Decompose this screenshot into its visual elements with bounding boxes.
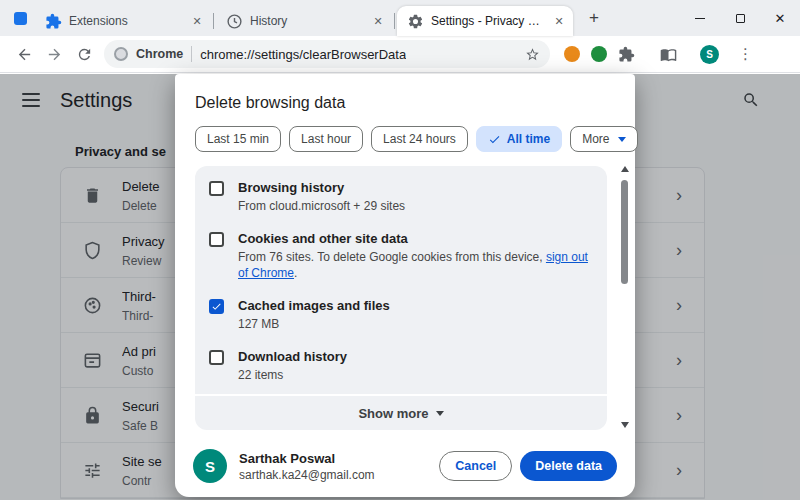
new-tab-button[interactable]: + bbox=[581, 5, 607, 31]
item-detail: 22 items bbox=[238, 367, 347, 383]
site-chip-label: Chrome bbox=[136, 47, 183, 61]
delete-data-button[interactable]: Delete data bbox=[520, 451, 617, 481]
tab-separator bbox=[213, 13, 214, 29]
omnibox-divider bbox=[191, 46, 192, 62]
settings-gear-icon bbox=[407, 13, 424, 30]
item-detail: From cloud.microsoft + 29 sites bbox=[238, 198, 405, 214]
check-icon bbox=[211, 301, 222, 312]
detail-text: . bbox=[294, 266, 297, 280]
chip-label: Last 24 hours bbox=[383, 132, 456, 146]
dialog-footer: S Sarthak Poswal sarthak.ka24@gmail.com … bbox=[175, 435, 635, 497]
list-item-cookies[interactable]: Cookies and other site data From 76 site… bbox=[195, 222, 607, 289]
chip-label: Last hour bbox=[301, 132, 351, 146]
address-bar[interactable]: Chrome chrome://settings/clearBrowserDat… bbox=[104, 40, 550, 68]
chip-more-dropdown[interactable]: More bbox=[570, 126, 637, 152]
item-detail: From 76 sites. To delete Google cookies … bbox=[238, 249, 590, 281]
chip-label: More bbox=[582, 132, 609, 146]
account-email: sarthak.ka24@gmail.com bbox=[239, 468, 375, 482]
item-label: Browsing history bbox=[238, 179, 405, 196]
item-label: Download history bbox=[238, 348, 347, 365]
dialog-title: Delete browsing data bbox=[175, 74, 635, 126]
browsing-history-checkbox[interactable] bbox=[209, 181, 224, 196]
chevron-down-icon bbox=[436, 411, 444, 416]
reading-list-book-icon[interactable] bbox=[660, 46, 677, 63]
chip-last-15-min[interactable]: Last 15 min bbox=[195, 126, 281, 152]
chip-last-hour[interactable]: Last hour bbox=[289, 126, 363, 152]
more-menu-icon[interactable]: ⋮ bbox=[738, 45, 753, 63]
list-item-cached-images[interactable]: Cached images and files 127 MB bbox=[195, 289, 607, 340]
window-icon bbox=[14, 12, 27, 25]
item-label: Cached images and files bbox=[238, 297, 390, 314]
refresh-icon bbox=[76, 46, 93, 63]
close-tab-icon[interactable]: ✕ bbox=[189, 13, 205, 29]
list-item-download-history[interactable]: Download history 22 items bbox=[195, 340, 607, 391]
tab-extensions[interactable]: Extensions ✕ bbox=[35, 6, 211, 36]
download-history-checkbox[interactable] bbox=[209, 350, 224, 365]
settings-page: Settings Privacy and se DeleteDelete › P… bbox=[0, 74, 800, 500]
maximize-button[interactable] bbox=[720, 0, 760, 36]
chevron-down-icon bbox=[618, 137, 626, 142]
toolbar-actions: S ⋮ bbox=[564, 45, 753, 64]
chrome-logo-icon bbox=[114, 47, 128, 61]
extensions-puzzle-icon bbox=[45, 13, 62, 30]
show-more-button[interactable]: Show more bbox=[195, 396, 607, 430]
close-tab-icon[interactable]: ✕ bbox=[551, 13, 567, 29]
chip-last-24-hours[interactable]: Last 24 hours bbox=[371, 126, 468, 152]
dialog-scrollbar[interactable] bbox=[619, 166, 630, 428]
minimize-button[interactable] bbox=[680, 0, 720, 36]
item-label: Cookies and other site data bbox=[238, 230, 590, 247]
chip-all-time-selected[interactable]: All time bbox=[476, 126, 562, 152]
tab-label: Settings - Privacy and se bbox=[431, 14, 544, 28]
tab-history[interactable]: History ✕ bbox=[216, 6, 392, 36]
back-button[interactable] bbox=[10, 40, 38, 68]
list-item-browsing-history[interactable]: Browsing history From cloud.microsoft + … bbox=[195, 171, 607, 222]
chip-label: Last 15 min bbox=[207, 132, 269, 146]
tab-settings-active[interactable]: Settings - Privacy and se ✕ bbox=[397, 6, 573, 36]
browser-toolbar: Chrome chrome://settings/clearBrowserDat… bbox=[0, 36, 800, 73]
data-types-list: Browsing history From cloud.microsoft + … bbox=[195, 166, 607, 394]
bookmark-star-icon[interactable] bbox=[525, 47, 540, 62]
tab-label: Extensions bbox=[69, 14, 182, 28]
url-text[interactable]: chrome://settings/clearBrowserData bbox=[200, 47, 406, 62]
refresh-button[interactable] bbox=[70, 40, 98, 68]
profile-avatar[interactable]: S bbox=[700, 45, 719, 64]
tab-label: History bbox=[250, 14, 363, 28]
cancel-button[interactable]: Cancel bbox=[439, 451, 512, 481]
extension-icon-orange[interactable] bbox=[564, 46, 580, 62]
tab-separator bbox=[394, 13, 395, 29]
forward-arrow-icon bbox=[46, 46, 63, 63]
scroll-up-arrow-icon[interactable] bbox=[621, 166, 629, 172]
time-range-chips: Last 15 min Last hour Last 24 hours All … bbox=[175, 126, 635, 166]
cookies-checkbox[interactable] bbox=[209, 232, 224, 247]
check-icon bbox=[488, 133, 501, 146]
cached-images-checkbox-checked[interactable] bbox=[209, 299, 224, 314]
delete-browsing-data-dialog: Delete browsing data Last 15 min Last ho… bbox=[175, 74, 635, 497]
extension-icon-green[interactable] bbox=[591, 46, 607, 62]
show-more-label: Show more bbox=[358, 406, 428, 421]
scroll-down-arrow-icon[interactable] bbox=[621, 422, 629, 428]
account-name: Sarthak Poswal bbox=[239, 451, 375, 466]
back-arrow-icon bbox=[16, 46, 33, 63]
item-detail: 127 MB bbox=[238, 316, 390, 332]
extensions-menu-puzzle-icon[interactable] bbox=[618, 46, 635, 63]
window-controls: ✕ bbox=[680, 0, 800, 36]
chip-label: All time bbox=[507, 132, 550, 146]
scrollbar-thumb[interactable] bbox=[621, 180, 628, 284]
account-avatar: S bbox=[193, 449, 227, 483]
close-tab-icon[interactable]: ✕ bbox=[370, 13, 386, 29]
history-clock-icon bbox=[226, 13, 243, 30]
close-window-button[interactable]: ✕ bbox=[760, 0, 800, 36]
forward-button[interactable] bbox=[40, 40, 68, 68]
detail-text: From 76 sites. To delete Google cookies … bbox=[238, 250, 546, 264]
tab-strip: Extensions ✕ History ✕ Settings - Privac… bbox=[0, 0, 800, 36]
